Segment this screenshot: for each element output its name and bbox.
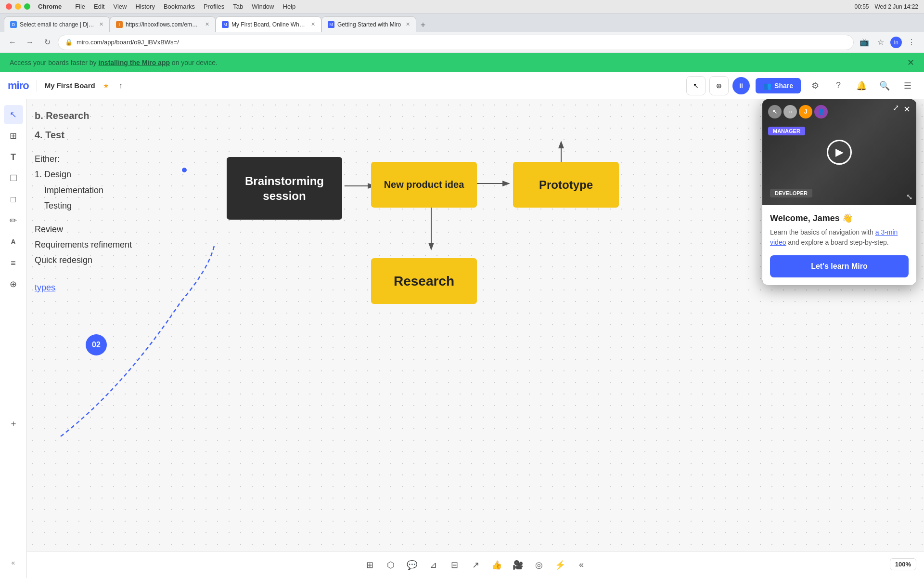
node-research[interactable]: Research: [371, 258, 477, 304]
text-quick-redesign: Quick redesign: [35, 252, 132, 268]
board-export-icon[interactable]: ↑: [119, 81, 123, 90]
sidebar-tool-sticky[interactable]: ☐: [4, 169, 23, 188]
zoom-level: 100%: [895, 561, 911, 568]
text-requirements: Requirements refinement: [35, 237, 132, 252]
menu-window[interactable]: Window: [252, 3, 274, 10]
clock: Wed 2 Jun 14:22: [874, 3, 918, 10]
pause-button[interactable]: ⏸: [732, 77, 750, 94]
reload-button[interactable]: ↻: [40, 36, 54, 49]
toolbar-collapse[interactable]: «: [572, 555, 591, 575]
cast-icon[interactable]: 📺: [858, 36, 871, 49]
browser-tab-1[interactable]: I https://inboxflows.com/emails... ✕: [110, 16, 216, 32]
main-canvas[interactable]: b. Research 4. Test Either: 1. Design Im…: [27, 99, 924, 578]
browser-tab-3[interactable]: M Getting Started with Miro ✕: [321, 16, 416, 32]
sidebar-tool-frame[interactable]: ⊕: [4, 275, 23, 294]
close-dot[interactable]: [6, 3, 12, 10]
avatar-4: 👤: [814, 105, 828, 118]
text-either: Either:: [35, 151, 132, 167]
banner-link[interactable]: installing the Miro app: [98, 59, 170, 66]
toolbar-connector[interactable]: ⊿: [424, 555, 443, 575]
address-bar[interactable]: 🔒 miro.com/app/board/o9J_lBVxBWs=/: [58, 35, 854, 50]
zoom-indicator: 100%: [890, 558, 916, 570]
tab-close-2[interactable]: ✕: [311, 21, 315, 27]
maximize-dot[interactable]: [24, 3, 30, 10]
circle-badge-02: 02: [86, 334, 107, 355]
toolbar-comment[interactable]: 💬: [402, 555, 422, 575]
menu-bookmarks[interactable]: Bookmarks: [164, 3, 195, 10]
extensions-icon[interactable]: ⋮: [905, 36, 918, 49]
bookmark-icon[interactable]: ☆: [874, 36, 887, 49]
tab-close-1[interactable]: ✕: [205, 21, 209, 27]
toolbar-lightning[interactable]: ⚡: [551, 555, 570, 575]
share-label: Share: [774, 82, 793, 90]
toolbar-shapes[interactable]: ⬡: [381, 555, 400, 575]
menu-help[interactable]: Help: [283, 3, 296, 10]
tab-close-3[interactable]: ✕: [406, 21, 410, 27]
tab-close-0[interactable]: ✕: [99, 21, 103, 27]
tab-label-2: My First Board, Online Whiteb...: [231, 21, 306, 28]
learn-miro-button[interactable]: Let's learn Miro: [770, 255, 909, 277]
sidebar-tool-grid[interactable]: ⊞: [4, 126, 23, 145]
new-tab-button[interactable]: +: [416, 18, 430, 32]
toolbar-reaction[interactable]: 👍: [487, 555, 506, 575]
fullscreen-icon[interactable]: ⤡: [906, 192, 912, 201]
battery-time: 00:55: [854, 3, 869, 10]
canvas-toolbar-cluster: ↖ ⊕ ⏸: [686, 76, 750, 95]
notifications-icon[interactable]: 🔔: [853, 77, 870, 94]
node-brainstorming[interactable]: Brainstormingsession: [227, 157, 342, 220]
text-review: Review: [35, 222, 132, 237]
address-text: miro.com/app/board/o9J_lBVxBWs=/: [77, 39, 179, 46]
sidebar-toggle-icon[interactable]: ☰: [899, 77, 916, 94]
toolbar-table[interactable]: ⊟: [445, 555, 464, 575]
board-star-icon[interactable]: ★: [103, 82, 109, 90]
sidebar-expand-button[interactable]: «: [4, 553, 23, 572]
zoom-tool-btn[interactable]: ⊕: [709, 76, 729, 95]
text-design: 1. Design: [35, 167, 132, 182]
tab-favicon-2: M: [222, 21, 229, 28]
text-testing: Testing: [44, 198, 132, 213]
video-thumbnail[interactable]: ↖ ○ J 👤 MANAGER ▶ DEVELOP: [762, 99, 916, 205]
node-prototype[interactable]: Prototype: [513, 162, 619, 208]
menu-file[interactable]: File: [75, 3, 85, 10]
sidebar-tool-text[interactable]: T: [4, 147, 23, 167]
sidebar-tool-shape[interactable]: □: [4, 190, 23, 209]
select-tool-btn[interactable]: ↖: [686, 76, 706, 95]
sidebar-tool-more[interactable]: ＋: [4, 414, 23, 433]
share-button[interactable]: 👥 Share: [756, 78, 801, 93]
toolbar-export[interactable]: ↗: [466, 555, 485, 575]
avatar-3: J: [799, 105, 812, 118]
expand-icon[interactable]: ⤢: [893, 103, 899, 112]
video-panel-close-button[interactable]: ✕: [903, 104, 911, 115]
minimize-dot[interactable]: [15, 3, 21, 10]
toolbar-timer[interactable]: ◎: [529, 555, 549, 575]
tune-icon[interactable]: ⚙: [807, 77, 824, 94]
node-new-product-idea[interactable]: New product idea: [371, 162, 477, 208]
tab-favicon-0: D: [10, 21, 17, 28]
search-header-icon[interactable]: 🔍: [876, 77, 893, 94]
browser-tab-0[interactable]: D Select email to change | Djang... ✕: [4, 16, 110, 32]
toolbar-video[interactable]: 🎥: [508, 555, 527, 575]
menu-profiles[interactable]: Profiles: [204, 3, 224, 10]
board-name[interactable]: My First Board: [45, 81, 95, 90]
profile-icon[interactable]: In: [890, 37, 902, 48]
menu-history[interactable]: History: [135, 3, 154, 10]
sidebar-tool-font[interactable]: A: [4, 232, 23, 251]
browser-nav: ← → ↻ 🔒 miro.com/app/board/o9J_lBVxBWs=/…: [0, 32, 924, 53]
sidebar-tool-note[interactable]: ≡: [4, 253, 23, 273]
miro-logo: miro: [8, 79, 29, 92]
browser-tab-2[interactable]: M My First Board, Online Whiteb... ✕: [216, 16, 321, 32]
sidebar-tool-pen[interactable]: ✏: [4, 211, 23, 230]
menu-edit[interactable]: Edit: [94, 3, 104, 10]
sidebar-tool-select[interactable]: ↖: [4, 105, 23, 124]
back-button[interactable]: ←: [6, 36, 19, 49]
banner-close-button[interactable]: ✕: [907, 57, 914, 68]
avatar-2: ○: [783, 105, 797, 118]
menu-tab[interactable]: Tab: [233, 3, 243, 10]
forward-button[interactable]: →: [23, 36, 37, 49]
menu-view[interactable]: View: [113, 3, 127, 10]
bottom-toolbar: ⊞ ⬡ 💬 ⊿ ⊟ ↗ 👍 🎥 ◎ ⚡ «: [27, 551, 924, 578]
text-types-link[interactable]: types: [35, 280, 132, 295]
toolbar-frames[interactable]: ⊞: [360, 555, 379, 575]
help-icon[interactable]: ?: [830, 77, 847, 94]
welcome-video-panel: ✕ ↖ ○ J 👤 MANAGER: [762, 99, 916, 285]
